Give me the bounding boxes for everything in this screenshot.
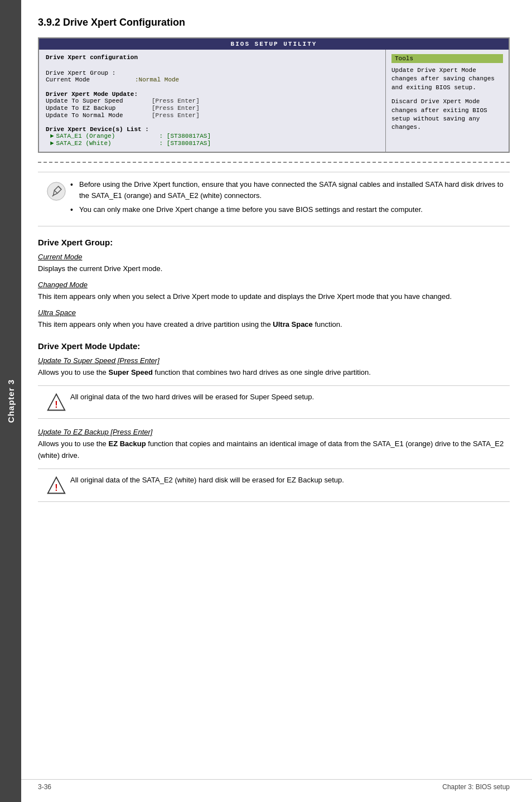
note-text-2: You can only make one Drive Xpert change…	[79, 204, 423, 216]
ez-backup-subtitle: Update To EZ Backup [Press Enter]	[38, 428, 510, 436]
ultra-space-subtitle: Ultra Space	[38, 308, 510, 317]
ultra-space-desc-prefix: This item appears only when you have cre…	[38, 320, 273, 328]
changed-mode-desc: This item appears only when you select a…	[38, 291, 510, 303]
bios-normal-mode-row: Update To Normal Mode [Press Enter]	[46, 112, 379, 119]
bios-header: BIOS SETUP UTILITY	[39, 38, 509, 50]
svg-point-0	[47, 182, 65, 200]
pencil-icon	[46, 181, 66, 201]
bios-device-list-label: Drive Xpert Device(s) List :	[46, 126, 379, 133]
svg-text:!: !	[55, 482, 57, 492]
current-mode-desc: Displays the current Drive Xpert mode.	[38, 263, 510, 275]
arrow-icon-2: ►	[50, 140, 54, 147]
warning-icon-1: !	[42, 392, 70, 413]
changed-mode-subtitle: Changed Mode	[38, 281, 510, 289]
bullet-dot-2: •	[70, 204, 79, 216]
caution-icon-1: !	[46, 393, 66, 413]
bios-current-mode-value: :Normal Mode	[135, 76, 179, 83]
warning-box-1: ! All original data of the two hard driv…	[38, 385, 510, 419]
bios-super-speed-row: Update To Super Speed [Press Enter]	[46, 98, 379, 104]
super-speed-prefix: Allows you to use the	[38, 368, 108, 376]
main-content: 3.9.2 Drive Xpert Configuration BIOS SET…	[21, 0, 532, 802]
caution-icon-2: !	[46, 476, 66, 496]
bios-box: BIOS SETUP UTILITY Drive Xpert configura…	[38, 37, 510, 153]
page-footer: 3-36 Chapter 3: BIOS setup	[21, 779, 532, 791]
note-icon	[42, 179, 70, 201]
bios-device1-label: SATA_E1 (Orange)	[56, 133, 159, 139]
bios-discard-text: Discard Drive Xpert Mode changes after e…	[391, 98, 503, 132]
bios-current-mode-row: Current Mode :Normal Mode	[46, 76, 379, 83]
warning-icon-2: !	[42, 475, 70, 496]
warning-text-2: All original data of the SATA_E2 (white)…	[70, 475, 505, 486]
section-number: 3.9.2	[38, 17, 60, 28]
svg-text:!: !	[55, 399, 57, 409]
drive-xpert-group-title: Drive Xpert Group:	[38, 238, 510, 247]
bios-normal-mode-value: [Press Enter]	[152, 112, 200, 119]
bios-ez-backup-row: Update To EZ Backup [Press Enter]	[46, 105, 379, 112]
note-box: • Before using the Drive Xpert function,…	[38, 172, 510, 226]
note-bullet-1: • Before using the Drive Xpert function,…	[70, 179, 505, 201]
note-bullet-2: • You can only make one Drive Xpert chan…	[70, 204, 505, 216]
warning-text-1: All original data of the two hard drives…	[70, 392, 505, 403]
bios-ez-backup-label: Update To EZ Backup	[46, 105, 152, 112]
chapter-tab: Chapter 3	[0, 0, 21, 802]
footer-chapter-label: Chapter 3: BIOS setup	[442, 783, 510, 791]
ultra-space-bold: Ultra Space	[273, 320, 313, 328]
ultra-space-desc-suffix: function.	[313, 320, 342, 328]
super-speed-bold: Super Speed	[108, 368, 152, 376]
bios-update-text: Update Drive Xpert Mode changes after sa…	[391, 66, 503, 92]
footer-page-number: 3-36	[38, 783, 51, 791]
bios-body: Drive Xpert configuration Drive Xpert Gr…	[39, 50, 509, 152]
bios-device1-row: ► SATA_E1 (Orange) : [ST380817AS]	[50, 133, 379, 139]
bios-device1-value: : [ST380817AS]	[159, 133, 211, 139]
bios-driver-update-label: Driver Xpert Mode Update:	[46, 91, 379, 98]
chapter-label: Chapter 3	[6, 379, 16, 423]
ez-backup-desc: Allows you to use the EZ Backup function…	[38, 438, 510, 462]
arrow-icon-1: ►	[50, 133, 54, 139]
bios-ez-backup-value: [Press Enter]	[152, 105, 200, 112]
ez-backup-prefix: Allows you to use the	[38, 439, 108, 448]
drive-xpert-mode-title: Drive Xpert Mode Update:	[38, 341, 510, 351]
ultra-space-desc: This item appears only when you have cre…	[38, 319, 510, 331]
note-content: • Before using the Drive Xpert function,…	[70, 179, 505, 219]
super-speed-desc: Allows you to use the Super Speed functi…	[38, 367, 510, 379]
super-speed-suffix: function that combines two hard drives a…	[153, 368, 371, 376]
section-title: Drive Xpert Configuration	[63, 17, 185, 28]
super-speed-subtitle: Update To Super Speed [Press Enter]	[38, 356, 510, 365]
warning-box-2: ! All original data of the SATA_E2 (whit…	[38, 468, 510, 502]
bios-current-mode-label: Current Mode	[46, 76, 135, 83]
bios-right-panel: Tools Update Drive Xpert Mode changes af…	[386, 50, 509, 152]
bios-super-speed-value: [Press Enter]	[152, 98, 200, 104]
bios-device2-value: : [ST380817AS]	[159, 140, 211, 147]
current-mode-subtitle: Current Mode	[38, 253, 510, 261]
bios-normal-mode-label: Update To Normal Mode	[46, 112, 152, 119]
bios-super-speed-label: Update To Super Speed	[46, 98, 152, 104]
bios-tools-label: Tools	[391, 54, 503, 63]
bios-group-label: Drive Xpert Group :	[46, 70, 379, 76]
bios-config-title: Drive Xpert configuration	[46, 54, 379, 61]
ez-backup-bold: EZ Backup	[108, 439, 146, 448]
bios-device2-label: SATA_E2 (White)	[56, 140, 159, 147]
bios-left-panel: Drive Xpert configuration Drive Xpert Gr…	[39, 50, 386, 152]
note-text-1: Before using the Drive Xpert function, e…	[79, 179, 505, 201]
dashed-separator	[38, 162, 510, 163]
bullet-dot-1: •	[70, 179, 79, 201]
section-heading: 3.9.2 Drive Xpert Configuration	[38, 17, 510, 28]
bios-device2-row: ► SATA_E2 (White) : [ST380817AS]	[50, 140, 379, 147]
